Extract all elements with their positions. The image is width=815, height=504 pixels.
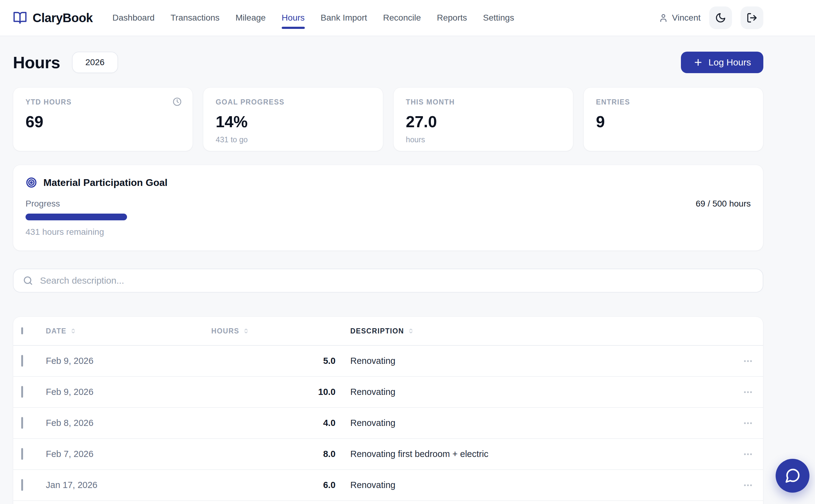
- stat-card-this-month: THIS MONTH 27.0 hours: [393, 87, 573, 151]
- goal-progress-fill: [26, 214, 127, 220]
- ellipsis-icon: [743, 480, 753, 490]
- stat-label: ENTRIES: [596, 98, 751, 106]
- stat-value: 9: [596, 112, 751, 131]
- table-row: Feb 7, 2026 8.0 Renovating first bedroom…: [13, 439, 763, 470]
- stat-subtext: 431 to go: [216, 135, 370, 144]
- ellipsis-icon: [743, 356, 753, 366]
- progress-value: 69 / 500 hours: [696, 199, 751, 209]
- chat-bubble-icon: [784, 467, 801, 484]
- stat-value: 69: [26, 112, 180, 131]
- logout-button[interactable]: [741, 6, 763, 29]
- brand-logo[interactable]: ClaryBook: [13, 11, 93, 25]
- row-checkbox[interactable]: [21, 448, 23, 460]
- stats-row: YTD HOURS 69 GOAL PROGRESS 14% 431 to go…: [13, 87, 763, 151]
- row-date: Feb 7, 2026: [46, 449, 211, 459]
- row-hours: 6.0: [211, 480, 336, 490]
- nav-reports[interactable]: Reports: [437, 13, 467, 23]
- theme-toggle-button[interactable]: [709, 6, 732, 29]
- column-label: DATE: [46, 327, 66, 335]
- row-hours: 10.0: [211, 387, 336, 397]
- search-bar: [13, 269, 763, 293]
- stat-value: 27.0: [406, 112, 561, 131]
- ellipsis-icon: [743, 387, 753, 397]
- nav-bank-import[interactable]: Bank Import: [321, 13, 367, 23]
- user-icon: [659, 13, 668, 23]
- row-menu-button[interactable]: [741, 478, 755, 492]
- ellipsis-icon: [743, 449, 753, 459]
- nav-dashboard[interactable]: Dashboard: [112, 13, 155, 23]
- stat-label: THIS MONTH: [406, 98, 561, 106]
- search-input[interactable]: [39, 275, 754, 286]
- log-hours-label: Log Hours: [709, 57, 751, 68]
- chat-fab-button[interactable]: [776, 459, 809, 493]
- sort-icon: [69, 327, 77, 335]
- stat-card-goal-progress: GOAL PROGRESS 14% 431 to go: [203, 87, 383, 151]
- column-header-hours[interactable]: HOURS: [211, 327, 336, 335]
- table-row: Feb 9, 2026 10.0 Renovating: [13, 377, 763, 408]
- year-selector[interactable]: 2026: [72, 52, 118, 73]
- column-label: HOURS: [211, 327, 239, 335]
- column-header-description[interactable]: DESCRIPTION: [336, 327, 726, 335]
- table-row: Feb 8, 2026 4.0 Renovating: [13, 408, 763, 439]
- main-nav: Dashboard Transactions Mileage Hours Ban…: [112, 13, 514, 23]
- row-checkbox[interactable]: [21, 417, 23, 429]
- column-label: DESCRIPTION: [350, 327, 404, 335]
- stat-value: 14%: [216, 112, 370, 131]
- stat-label: GOAL PROGRESS: [216, 98, 370, 106]
- row-checkbox[interactable]: [21, 479, 23, 491]
- top-bar: ClaryBook Dashboard Transactions Mileage…: [0, 0, 815, 36]
- ellipsis-icon: [743, 418, 753, 428]
- row-hours: 8.0: [211, 449, 336, 459]
- row-description: Renovating: [336, 387, 726, 397]
- nav-reconcile[interactable]: Reconcile: [383, 13, 421, 23]
- table-row: Jan 17, 2026 6.0 Renovating: [13, 470, 763, 501]
- hours-table: DATE HOURS DESCRIPTION Feb 9, 2: [13, 317, 763, 504]
- select-all-checkbox[interactable]: [21, 327, 23, 334]
- table-header-row: DATE HOURS DESCRIPTION: [13, 317, 763, 346]
- goal-title: Material Participation Goal: [43, 177, 167, 188]
- row-checkbox[interactable]: [21, 355, 23, 367]
- table-row: Feb 9, 2026 5.0 Renovating: [13, 346, 763, 377]
- main-content: Hours 2026 Log Hours YTD HOURS 69 GOAL P…: [13, 36, 763, 504]
- nav-transactions[interactable]: Transactions: [171, 13, 220, 23]
- page-title: Hours: [13, 53, 60, 72]
- log-hours-button[interactable]: Log Hours: [681, 52, 763, 73]
- row-date: Feb 8, 2026: [46, 418, 211, 428]
- stat-card-ytd-hours: YTD HOURS 69: [13, 87, 193, 151]
- stat-subtext: hours: [406, 135, 561, 144]
- book-open-icon: [13, 11, 27, 25]
- user-chip: Vincent: [659, 13, 701, 23]
- row-menu-button[interactable]: [741, 385, 755, 399]
- stat-label: YTD HOURS: [26, 98, 180, 106]
- moon-icon: [715, 12, 726, 23]
- plus-icon: [693, 57, 703, 67]
- search-icon: [23, 275, 33, 286]
- stat-card-entries: ENTRIES 9: [583, 87, 763, 151]
- goal-progress-bar: [26, 214, 751, 220]
- clock-icon: [172, 97, 182, 107]
- nav-settings[interactable]: Settings: [483, 13, 514, 23]
- row-menu-button[interactable]: [741, 416, 755, 430]
- material-participation-goal-card: Material Participation Goal Progress 69 …: [13, 165, 763, 251]
- row-date: Feb 9, 2026: [46, 356, 211, 366]
- row-date: Jan 17, 2026: [46, 480, 211, 490]
- user-name: Vincent: [672, 13, 701, 23]
- nav-mileage[interactable]: Mileage: [236, 13, 266, 23]
- row-checkbox[interactable]: [21, 386, 23, 398]
- logout-icon: [746, 12, 758, 23]
- row-description: Renovating first bedroom + electric: [336, 449, 726, 459]
- goal-remaining-text: 431 hours remaining: [26, 227, 751, 237]
- row-menu-button[interactable]: [741, 447, 755, 461]
- row-description: Renovating: [336, 418, 726, 428]
- row-hours: 4.0: [211, 418, 336, 428]
- sort-icon: [242, 327, 250, 335]
- nav-hours[interactable]: Hours: [282, 13, 305, 23]
- column-header-date[interactable]: DATE: [46, 327, 211, 335]
- target-icon: [26, 177, 37, 188]
- row-hours: 5.0: [211, 356, 336, 366]
- row-date: Feb 9, 2026: [46, 387, 211, 397]
- row-description: Renovating: [336, 356, 726, 366]
- brand-name: ClaryBook: [33, 11, 93, 25]
- sort-icon: [407, 327, 415, 335]
- row-menu-button[interactable]: [741, 354, 755, 368]
